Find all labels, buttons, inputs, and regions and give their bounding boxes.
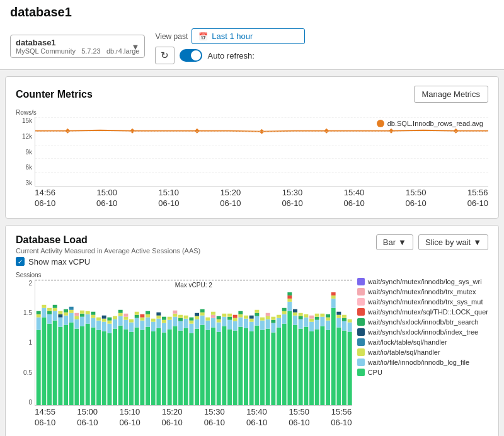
legend-color-dot: [357, 278, 365, 285]
svg-rect-71: [129, 331, 134, 404]
counter-y-label: Rows/s: [16, 109, 488, 116]
view-past-select[interactable]: 📅 Last 1 hour: [192, 28, 305, 44]
legend-color-dot: [357, 308, 365, 316]
svg-rect-152: [249, 331, 254, 404]
svg-rect-55: [102, 315, 106, 318]
bar-x-label: 15:0006-10: [77, 407, 98, 428]
sessions-label: Sessions: [16, 272, 352, 278]
page: database1 database1 MySQL Community 5.7.…: [0, 0, 504, 436]
svg-rect-184: [293, 315, 297, 324]
svg-rect-20: [53, 308, 57, 311]
legend-item: wait/synch/mutex/innodb/trx_mutex: [357, 288, 488, 295]
legend-color-dot: [357, 298, 365, 306]
view-past-value: Last 1 hour: [212, 32, 253, 41]
svg-rect-56: [107, 333, 112, 404]
svg-rect-216: [336, 312, 341, 315]
x-label: 15:5606-10: [467, 188, 488, 209]
svg-rect-100: [173, 326, 177, 404]
svg-rect-81: [140, 314, 144, 318]
legend-color-dot: [357, 348, 365, 356]
max-vcpu-line: Max vCPU: 2: [35, 280, 352, 280]
svg-rect-220: [342, 315, 346, 318]
svg-rect-145: [238, 326, 243, 404]
bar-chart-container: Sessions 2 1.5 1 0.5 0 Max vCPU: 2: [16, 272, 488, 428]
svg-rect-135: [222, 316, 226, 326]
svg-rect-185: [293, 313, 297, 316]
svg-rect-205: [326, 330, 330, 404]
svg-rect-97: [168, 329, 172, 404]
x-label: 14:5606-10: [35, 188, 55, 209]
svg-rect-50: [96, 320, 101, 330]
show-max-vcpu-checkbox[interactable]: ✓: [16, 257, 25, 266]
svg-rect-44: [86, 311, 90, 314]
chart-type-button[interactable]: Bar ▼: [376, 234, 413, 250]
svg-rect-33: [69, 307, 74, 310]
svg-rect-111: [189, 333, 193, 404]
svg-rect-72: [129, 322, 134, 331]
svg-rect-70: [123, 314, 128, 317]
svg-rect-88: [151, 318, 156, 321]
svg-rect-176: [282, 311, 287, 314]
legend-item: wait/lock/table/sql/handler: [357, 338, 488, 346]
svg-rect-124: [205, 320, 210, 330]
svg-rect-109: [184, 318, 188, 328]
svg-rect-62: [113, 316, 117, 319]
svg-rect-119: [200, 324, 205, 404]
svg-rect-65: [118, 313, 123, 316]
legend-color-dot: [357, 328, 365, 336]
svg-rect-188: [299, 319, 303, 328]
svg-rect-164: [266, 319, 270, 328]
svg-rect-210: [331, 299, 336, 308]
legend-label: wait/synch/mutex/sql/THD::LOCK_quer: [368, 308, 488, 316]
slice-by-wait-button[interactable]: Slice by wait ▼: [418, 234, 488, 250]
bar-y-axis: 2 1.5 1 0.5 0: [16, 280, 35, 406]
svg-rect-219: [342, 318, 346, 321]
svg-rect-204: [320, 314, 324, 317]
svg-rect-43: [86, 314, 90, 324]
refresh-button[interactable]: ↻: [155, 47, 175, 64]
svg-rect-31: [69, 313, 74, 323]
db-selector[interactable]: database1 MySQL Community 5.7.23 db.r4.l…: [10, 35, 145, 58]
db-selector-name: database1: [16, 38, 139, 47]
svg-rect-95: [162, 319, 166, 323]
svg-rect-59: [107, 317, 112, 320]
calendar-icon: 📅: [198, 32, 208, 41]
svg-rect-23: [58, 317, 62, 326]
svg-rect-114: [189, 317, 193, 320]
view-past-group: View past 📅 Last 1 hour ↻ Auto refresh:: [155, 28, 305, 64]
svg-rect-82: [146, 326, 150, 404]
svg-rect-13: [42, 305, 46, 308]
svg-rect-78: [140, 330, 144, 404]
svg-rect-217: [342, 330, 346, 404]
svg-rect-45: [91, 327, 95, 404]
svg-rect-117: [195, 316, 199, 319]
svg-rect-165: [266, 316, 270, 319]
show-max-vcpu-group[interactable]: ✓ Show max vCPU: [16, 257, 488, 267]
svg-rect-103: [173, 311, 177, 314]
bar-chart-area: Sessions 2 1.5 1 0.5 0 Max vCPU: 2: [16, 272, 352, 428]
checkmark-icon: ✓: [18, 258, 23, 265]
svg-rect-155: [249, 315, 254, 318]
show-max-vcpu-label: Show max vCPU: [28, 257, 90, 267]
bar-x-label: 15:3006-10: [204, 407, 225, 428]
legend-item: wait/io/table/sql/handler: [357, 348, 488, 356]
bar-x-label: 15:1006-10: [119, 407, 140, 428]
auto-refresh-toggle[interactable]: [180, 49, 202, 62]
svg-rect-42: [86, 323, 90, 404]
svg-rect-102: [173, 314, 177, 317]
svg-rect-198: [315, 329, 319, 404]
svg-rect-93: [162, 332, 166, 404]
counter-metrics-section: Counter Metrics Manage Metrics Rows/s 15…: [5, 76, 499, 219]
svg-rect-187: [299, 328, 303, 404]
db-selector-sub: MySQL Community 5.7.23 db.r4.large: [16, 47, 139, 55]
svg-rect-18: [53, 320, 57, 404]
manage-metrics-button[interactable]: Manage Metrics: [414, 86, 488, 103]
counter-chart-body: db.SQL.Innodb_rows_read.avg: [35, 117, 488, 186]
svg-rect-10: [37, 311, 41, 314]
svg-rect-15: [47, 314, 52, 324]
legend-item: wait/synch/sxlock/innodb/btr_search: [357, 318, 488, 326]
svg-rect-37: [74, 313, 79, 316]
svg-rect-203: [320, 316, 324, 326]
svg-rect-168: [271, 323, 275, 332]
svg-rect-35: [74, 319, 79, 328]
